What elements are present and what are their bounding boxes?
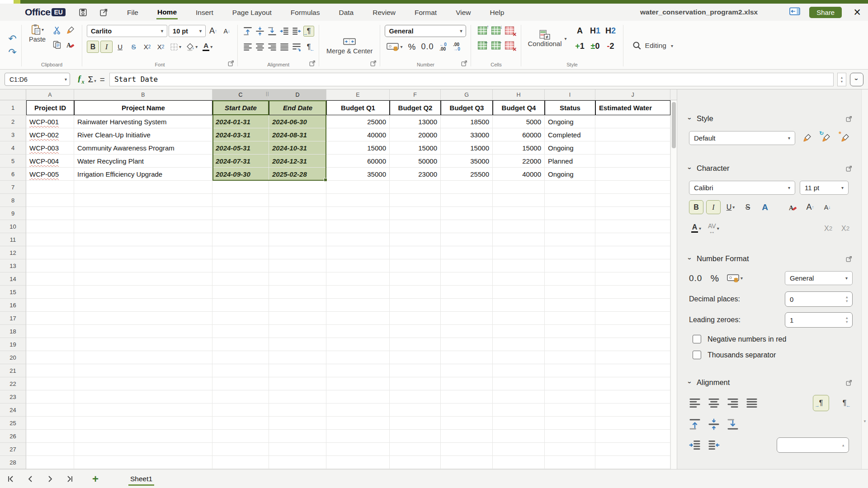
style-preset-heading2[interactable]: H2 xyxy=(605,26,616,36)
cell[interactable] xyxy=(212,338,269,351)
cell[interactable] xyxy=(269,207,326,220)
cell[interactable] xyxy=(74,207,212,220)
align-center-icon[interactable] xyxy=(708,397,720,409)
borders-button[interactable]: ▾ xyxy=(168,41,183,53)
previous-sheet-button[interactable] xyxy=(26,475,34,483)
row-header-21[interactable]: 21 xyxy=(0,364,26,377)
cell[interactable] xyxy=(493,456,545,469)
cell[interactable] xyxy=(595,272,670,286)
number-dialog-launcher-icon[interactable] xyxy=(461,60,468,67)
cell[interactable] xyxy=(269,181,326,194)
cell[interactable] xyxy=(441,312,493,325)
cell[interactable] xyxy=(441,338,493,351)
cell[interactable] xyxy=(595,299,670,312)
number-dialog-launcher-icon[interactable] xyxy=(845,255,853,263)
sidebar-bold-button[interactable]: B xyxy=(689,200,703,214)
cell[interactable] xyxy=(545,312,595,325)
sidebar-text-direction-rtl-button[interactable]: ¶← xyxy=(836,395,853,411)
add-sheet-button[interactable]: + xyxy=(92,474,99,484)
cell[interactable] xyxy=(212,417,269,430)
cell[interactable] xyxy=(326,456,390,469)
cell[interactable] xyxy=(493,220,545,233)
cell[interactable] xyxy=(74,390,212,404)
cell[interactable] xyxy=(212,246,269,259)
row-header-25[interactable]: 25 xyxy=(0,417,26,430)
update-style-button[interactable]: ↻ xyxy=(819,131,833,145)
cell[interactable] xyxy=(26,207,74,220)
cell[interactable]: 2024-12-31 xyxy=(269,155,326,168)
cell[interactable] xyxy=(493,233,545,246)
wrap-text-button[interactable]: ¶→ xyxy=(303,26,314,37)
cell[interactable] xyxy=(212,364,269,377)
cell[interactable] xyxy=(545,338,595,351)
cell[interactable] xyxy=(595,312,670,325)
cell[interactable]: 50000 xyxy=(390,155,441,168)
merge-dialog-launcher-icon[interactable] xyxy=(370,60,377,67)
cell[interactable] xyxy=(326,377,390,390)
cell[interactable] xyxy=(212,404,269,417)
cell[interactable] xyxy=(493,430,545,443)
cell[interactable] xyxy=(595,168,670,181)
formula-input[interactable]: Start Date xyxy=(109,73,834,86)
cell[interactable] xyxy=(74,233,212,246)
cell[interactable]: 2024-10-31 xyxy=(269,141,326,155)
cell[interactable] xyxy=(326,272,390,286)
cell[interactable]: WCP-005 xyxy=(26,168,74,181)
collapse-icon[interactable]: › xyxy=(686,167,694,169)
cell[interactable] xyxy=(26,220,74,233)
cell[interactable] xyxy=(493,181,545,194)
cell[interactable] xyxy=(26,430,74,443)
insert-row-above-button[interactable]: ↑ xyxy=(476,24,489,37)
alignment-dialog-launcher-icon[interactable] xyxy=(309,60,316,67)
row-header-1[interactable]: 1 xyxy=(0,100,26,115)
cell[interactable] xyxy=(441,299,493,312)
cell[interactable] xyxy=(595,246,670,259)
editing-button[interactable]: Editing ▾ xyxy=(628,41,678,50)
cell[interactable]: Ongoing xyxy=(545,141,595,155)
increase-indent-button[interactable] xyxy=(279,26,290,37)
cell[interactable] xyxy=(493,325,545,338)
cell[interactable] xyxy=(390,443,441,456)
cell[interactable] xyxy=(74,194,212,207)
delete-column-button[interactable]: × xyxy=(503,39,516,52)
cell[interactable] xyxy=(212,286,269,299)
cell[interactable]: 2024-08-31 xyxy=(269,128,326,141)
expand-formula-bar-button[interactable]: › xyxy=(850,73,863,86)
collapse-icon[interactable]: › xyxy=(686,381,694,384)
cell[interactable] xyxy=(212,194,269,207)
cell[interactable]: 15000 xyxy=(390,141,441,155)
cell[interactable] xyxy=(441,259,493,272)
cell[interactable] xyxy=(26,194,74,207)
cell[interactable]: Community Awareness Program xyxy=(74,141,212,155)
cell[interactable] xyxy=(326,246,390,259)
cell[interactable] xyxy=(493,207,545,220)
insert-column-right-button[interactable]: → xyxy=(489,39,503,52)
cell[interactable] xyxy=(74,338,212,351)
cell[interactable] xyxy=(441,364,493,377)
fill-handle[interactable] xyxy=(324,178,327,182)
indent-input[interactable]: ▲ xyxy=(777,437,849,453)
cell[interactable] xyxy=(326,443,390,456)
close-icon[interactable]: × xyxy=(854,6,861,19)
remove-decimal-button[interactable]: .00→0 xyxy=(451,41,463,53)
cell[interactable] xyxy=(441,272,493,286)
cell[interactable] xyxy=(545,259,595,272)
conditional-formatting-button[interactable]: Conditional ▾ xyxy=(526,30,568,47)
cell[interactable] xyxy=(390,233,441,246)
row-header-5[interactable]: 5 xyxy=(0,155,26,168)
cell[interactable] xyxy=(269,220,326,233)
spinner-arrows[interactable]: ▲ xyxy=(842,443,845,447)
font-name-select[interactable]: Carlito ▾ xyxy=(87,25,167,37)
cell[interactable]: WCP-001 xyxy=(26,115,74,128)
cell[interactable] xyxy=(493,312,545,325)
cell[interactable] xyxy=(26,286,74,299)
cell[interactable] xyxy=(545,377,595,390)
align-right-icon[interactable] xyxy=(727,397,739,409)
cell[interactable] xyxy=(390,417,441,430)
style-preset-neutral[interactable]: ±0 xyxy=(591,42,600,51)
row-header-11[interactable]: 11 xyxy=(0,233,26,246)
cell[interactable] xyxy=(390,312,441,325)
cell[interactable] xyxy=(269,246,326,259)
cell[interactable] xyxy=(441,325,493,338)
cell[interactable] xyxy=(545,246,595,259)
